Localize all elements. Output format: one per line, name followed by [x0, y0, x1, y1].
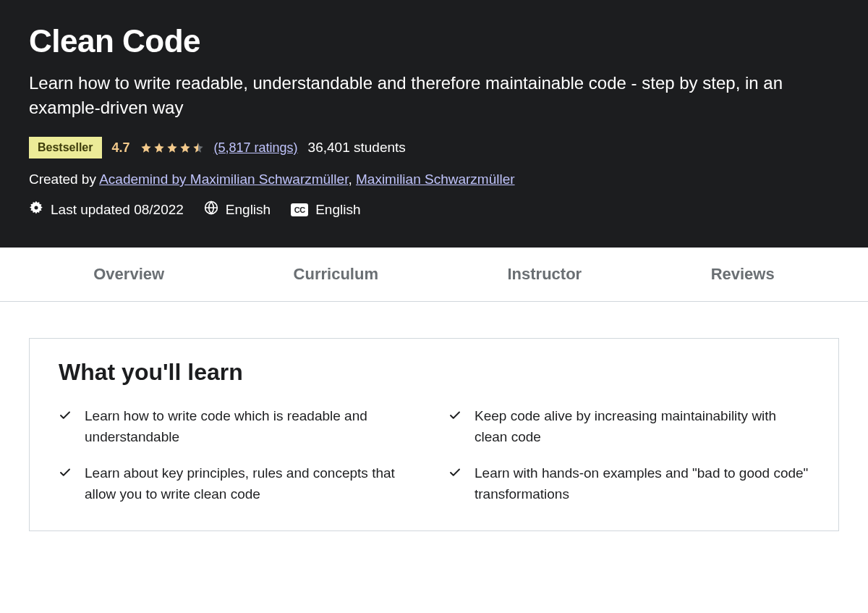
captions: CC English: [291, 202, 360, 218]
rating-value: 4.7: [112, 140, 130, 156]
check-icon: [448, 466, 461, 479]
language-text: English: [226, 202, 271, 218]
captions-text: English: [315, 202, 360, 218]
creator-link-1[interactable]: Academind by Maximilian Schwarzmüller: [99, 172, 348, 187]
check-icon: [59, 466, 72, 479]
cc-icon: CC: [291, 203, 308, 216]
learn-item-text: Learn about key principles, rules and co…: [85, 463, 420, 504]
created-by-label: Created by: [29, 172, 99, 187]
tab-overview[interactable]: Overview: [82, 248, 176, 301]
learn-item: Learn about key principles, rules and co…: [59, 463, 420, 504]
stats-row: Bestseller 4.7 (5,817 ratings) 36,401 st…: [29, 137, 839, 158]
learn-grid: Learn how to write code which is readabl…: [59, 406, 809, 504]
stars-icon: [140, 142, 204, 153]
last-updated-text: Last updated 08/2022: [51, 202, 184, 218]
learn-item-text: Keep code alive by increasing maintainab…: [475, 406, 809, 447]
tab-reviews[interactable]: Reviews: [699, 248, 786, 301]
globe-icon: [204, 200, 218, 219]
content-section: What you'll learn Learn how to write cod…: [0, 302, 868, 567]
learn-heading: What you'll learn: [59, 359, 809, 386]
ratings-link[interactable]: (5,817 ratings): [214, 140, 298, 156]
burst-icon: [29, 200, 43, 219]
what-youll-learn-box: What you'll learn Learn how to write cod…: [29, 338, 839, 531]
learn-item-text: Learn how to write code which is readabl…: [85, 406, 420, 447]
course-subtitle: Learn how to write readable, understanda…: [29, 71, 839, 119]
tabs-nav: Overview Curriculum Instructor Reviews: [0, 248, 868, 302]
last-updated: Last updated 08/2022: [29, 200, 184, 219]
tab-curriculum[interactable]: Curriculum: [282, 248, 390, 301]
course-hero: Clean Code Learn how to write readable, …: [0, 0, 868, 248]
language: English: [204, 200, 271, 219]
svg-point-0: [35, 206, 38, 210]
course-title: Clean Code: [29, 23, 839, 59]
learn-item-text: Learn with hands-on examples and "bad to…: [475, 463, 809, 504]
check-icon: [448, 409, 461, 422]
learn-item: Learn with hands-on examples and "bad to…: [448, 463, 809, 504]
learn-item: Learn how to write code which is readabl…: [59, 406, 420, 447]
creator-separator: ,: [348, 172, 356, 187]
learn-item: Keep code alive by increasing maintainab…: [448, 406, 809, 447]
students-count: 36,401 students: [308, 140, 406, 156]
tab-instructor[interactable]: Instructor: [495, 248, 593, 301]
creator-row: Created by Academind by Maximilian Schwa…: [29, 172, 839, 187]
check-icon: [59, 409, 72, 422]
bestseller-badge: Bestseller: [29, 137, 102, 158]
creator-link-2[interactable]: Maximilian Schwarzmüller: [356, 172, 515, 187]
meta-row: Last updated 08/2022 English CC English: [29, 200, 839, 219]
